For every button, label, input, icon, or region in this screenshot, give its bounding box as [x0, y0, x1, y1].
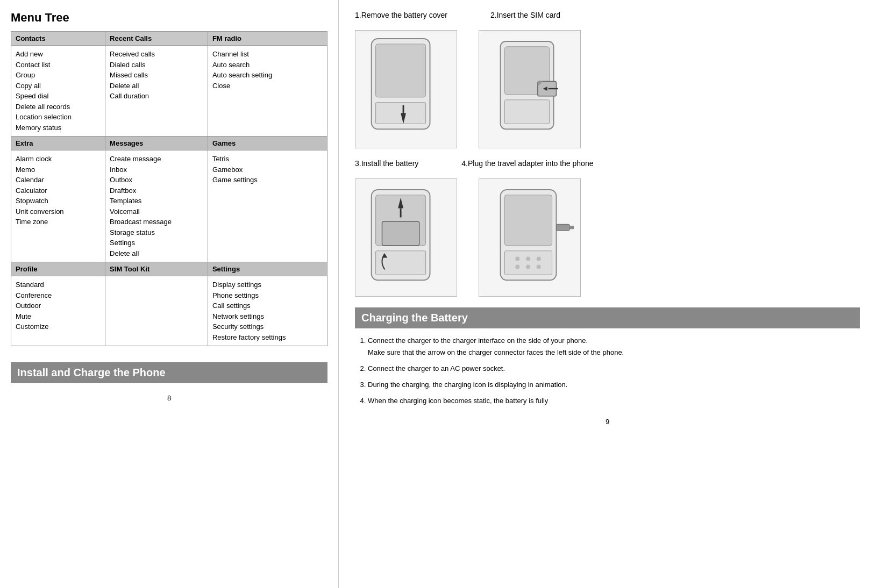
phone-image-1 — [355, 30, 457, 148]
recent-calls-header: Recent Calls — [105, 32, 208, 46]
install-section-title: Install and Charge the Phone — [11, 362, 327, 383]
sim-tool-kit-header: SIM Tool Kit — [105, 262, 208, 276]
phone-image-2 — [479, 30, 581, 148]
profile-header: Profile — [11, 262, 105, 276]
svg-rect-21 — [504, 251, 552, 275]
svg-point-23 — [526, 257, 530, 261]
games-header: Games — [208, 137, 327, 150]
left-page-number: 8 — [11, 394, 327, 402]
svg-rect-15 — [382, 221, 419, 246]
messages-header: Messages — [105, 137, 208, 150]
right-page: 1.Remove the battery cover 2.Insert the … — [339, 0, 876, 588]
phone-image-3 — [355, 178, 457, 297]
step-labels-12: 1.Remove the battery cover 2.Insert the … — [355, 11, 860, 19]
svg-point-26 — [526, 264, 530, 269]
right-page-number: 9 — [355, 418, 860, 426]
contacts-header: Contacts — [11, 32, 105, 46]
step1-label: 1.Remove the battery cover — [355, 11, 447, 19]
step-labels-34: 3.Install the battery 4.Plug the travel … — [355, 159, 860, 168]
left-page: Menu Tree Contacts Recent Calls FM radio… — [0, 0, 339, 588]
messages-items: Create messageInboxOutboxDraftboxTemplat… — [105, 150, 208, 262]
phone-image-4 — [479, 178, 581, 297]
fm-radio-items: Channel listAuto searchAuto search setti… — [208, 46, 327, 137]
extra-items: Alarm clockMemoCalendarCalculatorStopwat… — [11, 150, 105, 262]
settings-items: Display settingsPhone settingsCall setti… — [208, 276, 327, 346]
svg-rect-2 — [376, 103, 426, 124]
svg-rect-14 — [376, 251, 426, 275]
svg-rect-7 — [504, 100, 549, 124]
charging-step-1: Connect the charger to the charger inter… — [368, 335, 860, 358]
svg-point-27 — [537, 264, 541, 269]
menu-tree-table: Contacts Recent Calls FM radio Add newCo… — [11, 31, 327, 346]
step3-label: 3.Install the battery — [355, 159, 418, 168]
extra-header: Extra — [11, 137, 105, 150]
step2-label: 2.Insert the SIM card — [490, 11, 560, 19]
fm-radio-header: FM radio — [208, 32, 327, 46]
svg-point-24 — [537, 257, 541, 261]
data-row-2: Alarm clockMemoCalendarCalculatorStopwat… — [11, 150, 327, 262]
settings-header: Settings — [208, 262, 327, 276]
contacts-items: Add newContact listGroupCopy allSpeed di… — [11, 46, 105, 137]
header-row-3: Profile SIM Tool Kit Settings — [11, 262, 327, 276]
charging-steps-list: Connect the charger to the charger inter… — [355, 335, 860, 407]
menu-tree-title: Menu Tree — [11, 11, 327, 25]
svg-point-25 — [515, 264, 519, 269]
header-row-1: Contacts Recent Calls FM radio — [11, 32, 327, 46]
sim-tool-kit-items — [105, 276, 208, 346]
svg-rect-28 — [556, 224, 569, 231]
charging-step-2: Connect the charger to an AC power socke… — [368, 363, 860, 375]
charging-step-4: When the charging icon becomes static, t… — [368, 395, 860, 407]
charging-step-3: During the charging, the charging icon i… — [368, 379, 860, 391]
charging-section-title: Charging the Battery — [355, 307, 860, 328]
svg-rect-1 — [376, 44, 426, 97]
phone-images-row-1 — [355, 30, 860, 148]
recent-calls-items: Received callsDialed callsMissed callsDe… — [105, 46, 208, 137]
svg-point-22 — [515, 257, 519, 261]
step4-label: 4.Plug the travel adapter into the phone — [461, 159, 593, 168]
games-items: TetrisGameboxGame settings — [208, 150, 327, 262]
data-row-3: StandardConferenceOutdoorMuteCustomize D… — [11, 276, 327, 346]
svg-rect-29 — [569, 226, 574, 229]
header-row-2: Extra Messages Games — [11, 137, 327, 150]
svg-rect-20 — [504, 195, 552, 246]
data-row-1: Add newContact listGroupCopy allSpeed di… — [11, 46, 327, 137]
phone-images-row-2 — [355, 178, 860, 297]
profile-items: StandardConferenceOutdoorMuteCustomize — [11, 276, 105, 346]
